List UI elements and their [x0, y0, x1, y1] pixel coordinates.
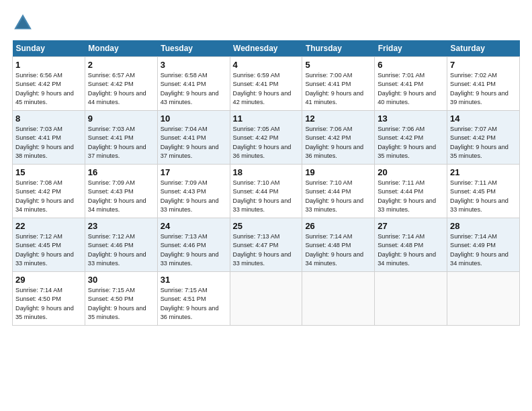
- sunset-text: Sunset: 4:42 PM: [233, 134, 279, 141]
- calendar-cell: 1Sunrise: 6:56 AMSunset: 4:42 PMDaylight…: [13, 57, 85, 111]
- day-detail: Sunrise: 7:14 AMSunset: 4:49 PMDaylight:…: [450, 232, 517, 268]
- sunrise-text: Sunrise: 6:58 AM: [161, 72, 208, 79]
- sunset-text: Sunset: 4:42 PM: [378, 134, 423, 141]
- calendar-cell: 17Sunrise: 7:09 AMSunset: 4:43 PMDayligh…: [157, 165, 230, 218]
- day-detail: Sunrise: 7:09 AMSunset: 4:43 PMDaylight:…: [88, 179, 154, 214]
- calendar-cell: 21Sunrise: 7:11 AMSunset: 4:45 PMDayligh…: [447, 165, 520, 218]
- day-number: 17: [161, 167, 227, 177]
- day-detail: Sunrise: 7:12 AMSunset: 4:45 PMDaylight:…: [15, 232, 82, 268]
- sunset-text: Sunset: 4:41 PM: [233, 81, 279, 87]
- weekday-header-tuesday: Tuesday: [157, 40, 230, 57]
- sunrise-text: Sunrise: 6:59 AM: [233, 72, 280, 79]
- calendar-week-2: 8Sunrise: 7:03 AMSunset: 4:41 PMDaylight…: [13, 111, 520, 165]
- daylight-text: Daylight: 9 hours and 35 minutes.: [88, 305, 146, 320]
- sunrise-text: Sunrise: 7:12 AM: [88, 233, 135, 240]
- day-detail: Sunrise: 7:11 AMSunset: 4:44 PMDaylight:…: [378, 179, 444, 214]
- calendar-cell: 30Sunrise: 7:15 AMSunset: 4:50 PMDayligh…: [85, 272, 157, 326]
- calendar-cell: [230, 272, 302, 326]
- day-detail: Sunrise: 7:14 AMSunset: 4:50 PMDaylight:…: [15, 286, 82, 322]
- sunrise-text: Sunrise: 7:10 AM: [233, 179, 280, 186]
- daylight-text: Daylight: 9 hours and 34 minutes.: [305, 251, 363, 267]
- calendar-cell: 18Sunrise: 7:10 AMSunset: 4:44 PMDayligh…: [230, 165, 302, 218]
- sunset-text: Sunset: 4:41 PM: [88, 134, 134, 141]
- calendar-cell: 10Sunrise: 7:04 AMSunset: 4:41 PMDayligh…: [157, 111, 230, 165]
- day-number: 1: [15, 60, 82, 70]
- sunset-text: Sunset: 4:42 PM: [15, 188, 61, 195]
- day-number: 3: [161, 60, 227, 70]
- sunset-text: Sunset: 4:48 PM: [378, 242, 423, 248]
- day-number: 8: [15, 113, 82, 124]
- sunrise-text: Sunrise: 6:56 AM: [15, 72, 62, 79]
- sunrise-text: Sunrise: 7:09 AM: [161, 179, 208, 186]
- daylight-text: Daylight: 9 hours and 40 minutes.: [378, 90, 436, 105]
- sunrise-text: Sunrise: 7:10 AM: [305, 179, 352, 186]
- day-detail: Sunrise: 7:14 AMSunset: 4:48 PMDaylight:…: [378, 232, 444, 268]
- daylight-text: Daylight: 9 hours and 37 minutes.: [88, 144, 146, 159]
- calendar-cell: 9Sunrise: 7:03 AMSunset: 4:41 PMDaylight…: [85, 111, 157, 165]
- day-detail: Sunrise: 6:59 AMSunset: 4:41 PMDaylight:…: [233, 71, 300, 107]
- daylight-text: Daylight: 9 hours and 33 minutes.: [233, 197, 292, 213]
- day-detail: Sunrise: 7:07 AMSunset: 4:42 PMDaylight:…: [450, 125, 517, 161]
- daylight-text: Daylight: 9 hours and 35 minutes.: [15, 305, 74, 320]
- daylight-text: Daylight: 9 hours and 33 minutes.: [450, 197, 508, 213]
- daylight-text: Daylight: 9 hours and 36 minutes.: [305, 144, 363, 159]
- sunset-text: Sunset: 4:41 PM: [305, 81, 351, 87]
- daylight-text: Daylight: 9 hours and 38 minutes.: [15, 144, 74, 159]
- day-number: 29: [15, 275, 82, 285]
- daylight-text: Daylight: 9 hours and 33 minutes.: [305, 197, 363, 213]
- sunset-text: Sunset: 4:46 PM: [88, 242, 134, 248]
- calendar-cell: 3Sunrise: 6:58 AMSunset: 4:41 PMDaylight…: [157, 57, 230, 111]
- weekday-header-monday: Monday: [85, 40, 157, 57]
- calendar-week-1: 1Sunrise: 6:56 AMSunset: 4:42 PMDaylight…: [13, 57, 520, 111]
- sunrise-text: Sunrise: 7:09 AM: [88, 179, 135, 186]
- calendar-cell: 20Sunrise: 7:11 AMSunset: 4:44 PMDayligh…: [375, 165, 447, 218]
- day-detail: Sunrise: 7:09 AMSunset: 4:43 PMDaylight:…: [161, 179, 227, 214]
- sunset-text: Sunset: 4:51 PM: [161, 295, 206, 302]
- calendar-cell: 8Sunrise: 7:03 AMSunset: 4:41 PMDaylight…: [13, 111, 85, 165]
- daylight-text: Daylight: 9 hours and 37 minutes.: [161, 144, 219, 159]
- day-detail: Sunrise: 7:15 AMSunset: 4:51 PMDaylight:…: [161, 286, 227, 322]
- sunrise-text: Sunrise: 7:12 AM: [15, 233, 62, 240]
- sunrise-text: Sunrise: 6:57 AM: [88, 72, 135, 79]
- day-number: 10: [161, 113, 227, 124]
- sunrise-text: Sunrise: 7:15 AM: [161, 287, 208, 293]
- day-detail: Sunrise: 7:10 AMSunset: 4:44 PMDaylight:…: [233, 179, 300, 214]
- daylight-text: Daylight: 9 hours and 35 minutes.: [450, 144, 508, 159]
- sunrise-text: Sunrise: 7:01 AM: [378, 72, 425, 79]
- day-detail: Sunrise: 7:14 AMSunset: 4:48 PMDaylight:…: [305, 232, 371, 268]
- sunset-text: Sunset: 4:41 PM: [450, 81, 496, 87]
- sunset-text: Sunset: 4:47 PM: [233, 242, 279, 248]
- calendar-week-5: 29Sunrise: 7:14 AMSunset: 4:50 PMDayligh…: [13, 272, 520, 326]
- day-number: 7: [450, 60, 517, 70]
- sunrise-text: Sunrise: 7:03 AM: [88, 126, 135, 132]
- daylight-text: Daylight: 9 hours and 33 minutes.: [161, 197, 219, 213]
- sunset-text: Sunset: 4:44 PM: [378, 188, 423, 195]
- sunrise-text: Sunrise: 7:14 AM: [305, 233, 352, 240]
- weekday-header-sunday: Sunday: [13, 40, 85, 57]
- sunset-text: Sunset: 4:42 PM: [15, 81, 61, 87]
- day-number: 19: [305, 167, 371, 177]
- day-number: 24: [161, 221, 227, 231]
- day-number: 4: [233, 60, 300, 70]
- calendar-cell: 14Sunrise: 7:07 AMSunset: 4:42 PMDayligh…: [447, 111, 520, 165]
- day-number: 31: [161, 275, 227, 285]
- day-number: 25: [233, 221, 300, 231]
- calendar-header-row: SundayMondayTuesdayWednesdayThursdayFrid…: [13, 40, 520, 57]
- calendar-cell: 23Sunrise: 7:12 AMSunset: 4:46 PMDayligh…: [85, 218, 157, 272]
- day-number: 16: [88, 167, 154, 177]
- calendar-week-4: 22Sunrise: 7:12 AMSunset: 4:45 PMDayligh…: [13, 218, 520, 272]
- daylight-text: Daylight: 9 hours and 34 minutes.: [15, 197, 74, 213]
- sunset-text: Sunset: 4:42 PM: [88, 81, 134, 87]
- sunset-text: Sunset: 4:43 PM: [88, 188, 134, 195]
- sunset-text: Sunset: 4:48 PM: [305, 242, 351, 248]
- day-number: 6: [378, 60, 444, 70]
- daylight-text: Daylight: 9 hours and 33 minutes.: [88, 251, 146, 267]
- day-number: 2: [88, 60, 154, 70]
- calendar-week-3: 15Sunrise: 7:08 AMSunset: 4:42 PMDayligh…: [13, 165, 520, 218]
- sunrise-text: Sunrise: 7:14 AM: [378, 233, 425, 240]
- calendar-body: 1Sunrise: 6:56 AMSunset: 4:42 PMDaylight…: [13, 57, 520, 326]
- daylight-text: Daylight: 9 hours and 34 minutes.: [450, 251, 508, 267]
- calendar-cell: 24Sunrise: 7:13 AMSunset: 4:46 PMDayligh…: [157, 218, 230, 272]
- daylight-text: Daylight: 9 hours and 33 minutes.: [161, 251, 219, 267]
- day-number: 5: [305, 60, 371, 70]
